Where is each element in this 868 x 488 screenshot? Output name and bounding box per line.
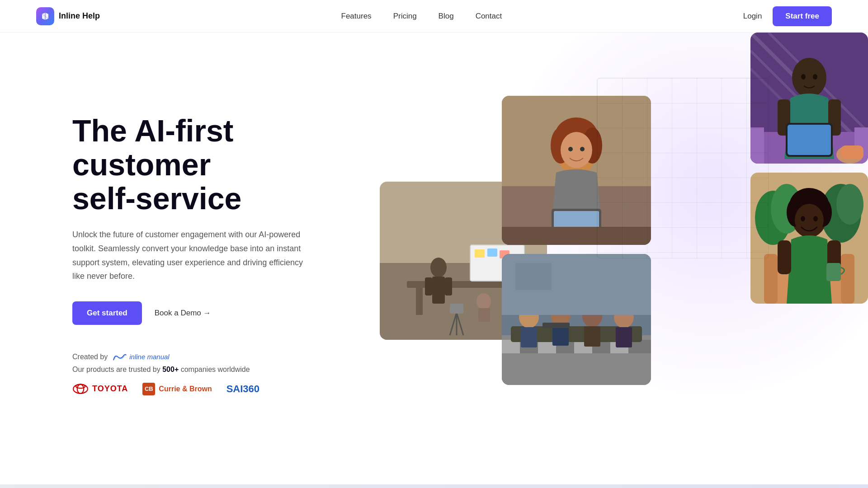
svg-rect-51: [552, 325, 569, 346]
nav-actions: Login Start free: [743, 6, 832, 26]
hero-left: The AI-first customer self-service Unloc…: [0, 33, 307, 488]
svg-point-80: [836, 184, 863, 225]
svg-rect-58: [515, 263, 552, 290]
hero-buttons: Get started Book a Demo →: [72, 301, 307, 325]
svg-rect-36: [502, 227, 651, 245]
toyota-label: TOYOTA: [92, 384, 128, 394]
svg-rect-11: [445, 277, 452, 296]
trusted-text: Our products are trusted by 500+ compani…: [72, 366, 307, 374]
svg-rect-83: [841, 254, 854, 304]
photo-woman-green: [750, 173, 868, 304]
svg-rect-53: [584, 326, 600, 347]
svg-rect-49: [521, 327, 537, 347]
logo[interactable]: Inline Help: [36, 7, 100, 25]
svg-rect-71: [788, 125, 831, 155]
svg-point-8: [430, 258, 447, 277]
svg-rect-13: [475, 249, 485, 258]
cb-icon: CB: [142, 383, 155, 395]
hero-description: Unlock the future of customer engagement…: [72, 228, 307, 283]
woman-green-image: [750, 173, 868, 304]
book-demo-button[interactable]: Book a Demo →: [155, 309, 211, 318]
svg-point-32: [568, 147, 573, 151]
inline-manual-logo: inline manual: [112, 352, 169, 362]
man-tablet-image: [750, 33, 868, 164]
cb-label: Currie & Brown: [159, 385, 212, 393]
photo-team-meeting: [502, 254, 651, 385]
brands-row: TOYOTA CB Currie & Brown SAI360: [72, 383, 307, 395]
brand-currie-brown: CB Currie & Brown: [142, 383, 212, 395]
created-by-label: Created by: [72, 353, 108, 361]
svg-point-1: [77, 384, 84, 393]
logo-text: Inline Help: [59, 11, 100, 21]
created-by-row: Created by inline manual: [72, 352, 307, 362]
start-free-button[interactable]: Start free: [773, 6, 832, 26]
svg-point-33: [580, 147, 585, 151]
navbar: Inline Help Features Pricing Blog Contac…: [0, 0, 868, 33]
nav-links: Features Pricing Blog Contact: [341, 12, 502, 21]
toyota-icon: [72, 383, 89, 395]
svg-point-16: [476, 293, 491, 310]
svg-rect-17: [478, 308, 490, 322]
svg-rect-93: [826, 263, 841, 281]
get-started-button[interactable]: Get started: [72, 301, 142, 325]
team-meeting-image: [502, 254, 651, 385]
svg-rect-23: [450, 304, 463, 314]
svg-rect-9: [432, 277, 445, 304]
svg-rect-82: [764, 254, 778, 304]
svg-point-72: [801, 74, 806, 80]
svg-rect-75: [841, 145, 863, 159]
svg-point-91: [801, 216, 805, 221]
hero-title: The AI-first customer self-service: [72, 114, 307, 215]
brand-toyota: TOYOTA: [72, 383, 128, 395]
svg-point-73: [813, 74, 817, 80]
login-button[interactable]: Login: [743, 12, 762, 21]
nav-pricing[interactable]: Pricing: [393, 12, 417, 21]
inline-manual-text: inline manual: [129, 353, 169, 361]
hero-section: The AI-first customer self-service Unloc…: [0, 33, 868, 488]
nav-features[interactable]: Features: [341, 12, 372, 21]
logo-icon: [36, 7, 54, 25]
svg-point-0: [73, 384, 88, 393]
svg-rect-6: [416, 288, 423, 315]
svg-rect-89: [778, 240, 791, 274]
woman-laptop-image: [502, 96, 651, 245]
photo-man-tablet: [750, 33, 868, 164]
brand-sai360: SAI360: [226, 383, 259, 395]
hero-right: [307, 33, 868, 488]
svg-point-67: [792, 58, 826, 98]
created-by-section: Created by inline manual Our products ar…: [72, 352, 307, 395]
svg-point-92: [813, 216, 818, 221]
photo-woman-laptop: [502, 96, 651, 245]
svg-rect-10: [425, 277, 432, 296]
svg-rect-55: [616, 327, 632, 347]
nav-contact[interactable]: Contact: [476, 12, 502, 21]
svg-rect-56: [542, 323, 570, 328]
inline-manual-swirl-icon: [112, 352, 127, 362]
svg-rect-65: [750, 127, 764, 164]
svg-rect-14: [487, 249, 497, 257]
nav-blog[interactable]: Blog: [439, 12, 454, 21]
svg-point-31: [561, 132, 592, 168]
